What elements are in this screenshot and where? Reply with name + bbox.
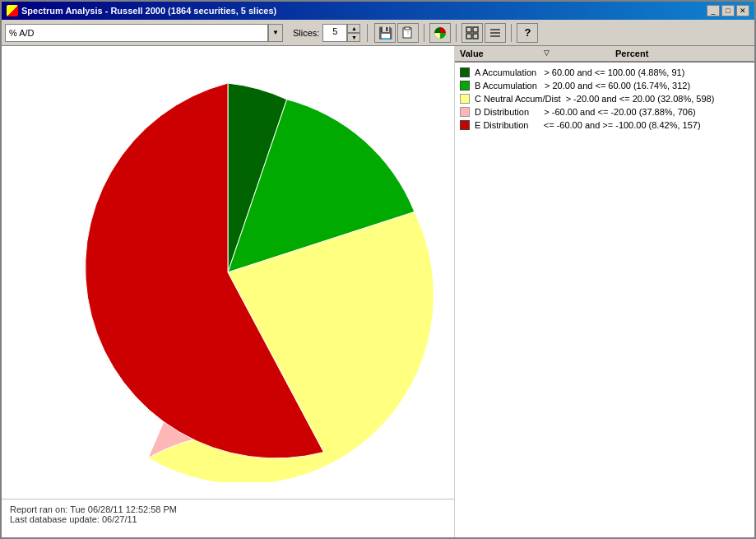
spin-up-button[interactable]: ▲: [347, 24, 360, 33]
spectrum-icon: [7, 5, 18, 16]
export-icon: ↑: [401, 26, 415, 39]
svg-rect-3: [466, 27, 471, 32]
left-content: Report ran on: Tue 06/28/11 12:52:58 PM …: [2, 46, 454, 537]
analysis-dropdown[interactable]: % A/D: [5, 24, 268, 42]
list-icon: [489, 26, 502, 39]
color-box-a: [460, 67, 470, 77]
export-button[interactable]: ↑: [397, 23, 419, 43]
right-panel: Value ▽ Percent A Accumulation > 60.00 a…: [454, 46, 754, 537]
legend-panel: Value ▽ Percent A Accumulation > 60.00 a…: [454, 46, 754, 537]
legend-item-c-label: C Neutral Accum/Dist > -20.00 and <= 20.…: [475, 94, 754, 104]
slices-label: Slices:: [293, 28, 319, 38]
maximize-button[interactable]: □: [721, 5, 735, 16]
legend-item-e-label: E Distribution <= -60.00 and >= -100.00 …: [475, 120, 754, 130]
list-item: C Neutral Accum/Dist > -20.00 and <= 20.…: [460, 92, 754, 105]
help-button[interactable]: ?: [517, 23, 538, 43]
toolbar-separator-3: [456, 24, 457, 42]
svg-rect-6: [473, 34, 478, 39]
legend-items: A Accumulation > 60.00 and <= 100.00 (4.…: [455, 63, 754, 135]
toolbar: % A/D ▼ Slices: 5 ▲ ▼ 💾 ↑: [2, 20, 754, 46]
title-controls: _ □ ✕: [707, 5, 749, 16]
spin-down-button[interactable]: ▼: [347, 33, 360, 42]
dropdown-container: % A/D ▼: [5, 24, 283, 42]
legend-header: Value ▽ Percent: [455, 46, 754, 63]
save-button[interactable]: 💾: [374, 23, 396, 43]
pie-chart: [18, 63, 438, 482]
svg-rect-5: [466, 34, 471, 39]
footer-area: Report ran on: Tue 06/28/11 12:52:58 PM …: [2, 499, 454, 537]
close-button[interactable]: ✕: [736, 5, 749, 16]
main-content: Report ran on: Tue 06/28/11 12:52:58 PM …: [2, 46, 754, 537]
list-item: B Accumulation > 20.00 and <= 60.00 (16.…: [460, 79, 754, 92]
title-bar: Spectrum Analysis - Russell 2000 (1864 s…: [2, 2, 754, 20]
footer-line2: Last database update: 06/27/11: [10, 514, 446, 524]
footer-line1: Report ran on: Tue 06/28/11 12:52:58 PM: [10, 504, 446, 514]
color-box-e: [460, 120, 470, 130]
legend-sort-icon[interactable]: ▽: [544, 49, 550, 58]
color-box-c: [460, 94, 470, 104]
pie-chart-icon: [433, 26, 448, 40]
legend-item-d-label: D Distribution > -60.00 and <= -20.00 (3…: [475, 107, 754, 117]
title-bar-left: Spectrum Analysis - Russell 2000 (1864 s…: [7, 5, 276, 16]
slices-input-container: 5 ▲ ▼: [322, 24, 360, 42]
list-item: A Accumulation > 60.00 and <= 100.00 (4.…: [460, 66, 754, 79]
svg-rect-4: [473, 27, 478, 32]
grid-icon: [466, 26, 479, 39]
list-item: E Distribution <= -60.00 and >= -100.00 …: [460, 118, 754, 132]
slices-input[interactable]: 5: [322, 24, 347, 42]
list-view-button[interactable]: [485, 23, 506, 43]
color-box-d: [460, 107, 470, 117]
dropdown-value: % A/D: [9, 28, 35, 38]
legend-item-b-label: B Accumulation > 20.00 and <= 60.00 (16.…: [475, 81, 754, 91]
list-item: D Distribution > -60.00 and <= -20.00 (3…: [460, 105, 754, 118]
legend-item-a-label: A Accumulation > 60.00 and <= 100.00 (4.…: [475, 67, 754, 77]
toolbar-separator-1: [367, 24, 368, 42]
spin-buttons: ▲ ▼: [347, 24, 360, 42]
pie-container: [2, 46, 454, 499]
legend-value-header: Value: [460, 49, 542, 58]
color-box-b: [460, 81, 470, 91]
chart-type-button[interactable]: [429, 23, 451, 43]
toolbar-separator-2: [424, 24, 424, 42]
toolbar-button-group: 💾 ↑: [374, 23, 538, 43]
window-title: Spectrum Analysis - Russell 2000 (1864 s…: [21, 6, 276, 16]
main-window: Spectrum Analysis - Russell 2000 (1864 s…: [0, 0, 756, 539]
toolbar-separator-4: [511, 24, 512, 42]
svg-text:↑: ↑: [407, 30, 410, 35]
legend-percent-header: Percent: [615, 49, 648, 58]
grid-view-button[interactable]: [461, 23, 483, 43]
dropdown-arrow[interactable]: ▼: [268, 24, 283, 42]
minimize-button[interactable]: _: [707, 5, 720, 16]
help-icon: ?: [524, 26, 531, 39]
